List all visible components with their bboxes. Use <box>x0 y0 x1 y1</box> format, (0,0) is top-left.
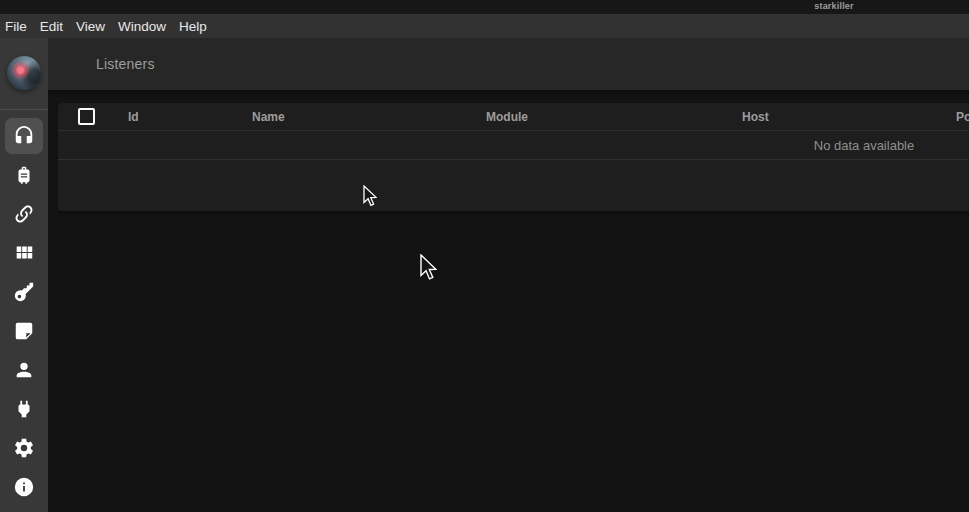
os-title-bar: starkiller <box>0 0 969 14</box>
menu-window[interactable]: Window <box>117 17 167 36</box>
luggage-icon <box>13 164 35 186</box>
sidebar-item-about[interactable] <box>0 467 48 506</box>
page-title: Listeners <box>96 56 155 72</box>
select-all-checkbox[interactable] <box>78 108 95 125</box>
sidebar <box>0 38 48 512</box>
grid-icon <box>13 242 35 264</box>
link-icon <box>13 203 35 225</box>
table-footer-area <box>58 160 969 210</box>
menu-file[interactable]: File <box>4 17 28 36</box>
sidebar-item-credentials[interactable] <box>0 272 48 311</box>
sidebar-item-reporting[interactable] <box>0 311 48 350</box>
no-data-message: No data available <box>814 138 914 153</box>
sidebar-item-stagers[interactable] <box>0 155 48 194</box>
account-icon <box>13 359 35 381</box>
menu-edit[interactable]: Edit <box>39 17 64 36</box>
sidebar-item-users[interactable] <box>0 350 48 389</box>
column-header-port[interactable]: Port <box>942 110 969 124</box>
select-all-cell <box>58 108 114 125</box>
sidebar-item-settings[interactable] <box>0 428 48 467</box>
menu-bar: File Edit View Window Help <box>0 14 969 38</box>
table-empty-row: No data available <box>58 131 969 160</box>
menu-help[interactable]: Help <box>178 17 208 36</box>
sidebar-item-modules[interactable] <box>0 233 48 272</box>
column-header-host[interactable]: Host <box>728 110 942 124</box>
headphones-icon <box>13 125 35 147</box>
starkiller-app-window: starkiller File Edit View Window Help <box>0 0 969 512</box>
sidebar-nav <box>0 110 48 506</box>
key-icon <box>13 281 35 303</box>
column-header-module[interactable]: Module <box>472 110 728 124</box>
column-header-id[interactable]: Id <box>114 110 238 124</box>
plug-icon <box>13 398 35 420</box>
sidebar-item-listeners[interactable] <box>0 116 48 155</box>
note-icon <box>13 320 35 342</box>
info-icon <box>13 476 35 498</box>
gear-icon <box>13 437 35 459</box>
menu-view[interactable]: View <box>75 17 106 36</box>
column-header-name[interactable]: Name <box>238 110 472 124</box>
window-title: starkiller <box>814 1 854 11</box>
main-content: Listeners Id Name Module Host Port No da… <box>48 38 969 512</box>
sidebar-item-agents[interactable] <box>0 194 48 233</box>
page-toolbar: Listeners <box>48 38 969 90</box>
listeners-table: Id Name Module Host Port No data availab… <box>58 103 969 211</box>
table-header-row: Id Name Module Host Port <box>58 103 969 131</box>
starkiller-logo <box>7 56 41 90</box>
sidebar-item-plugins[interactable] <box>0 389 48 428</box>
